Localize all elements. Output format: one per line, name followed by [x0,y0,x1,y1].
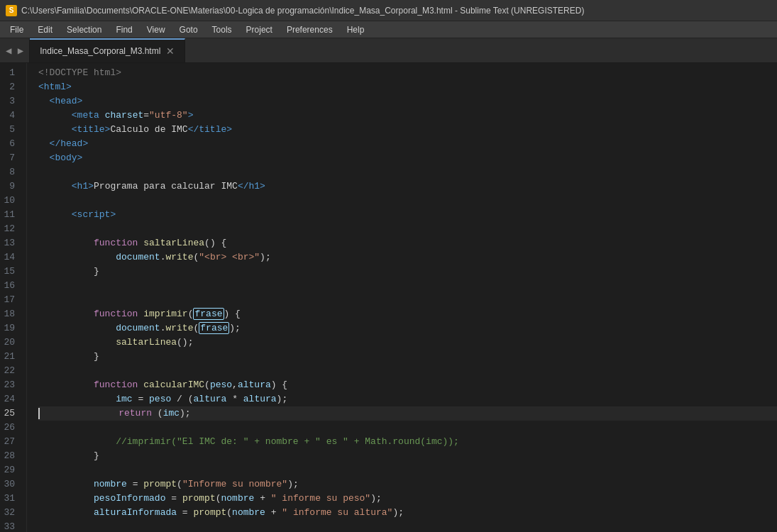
ln-19: 19 [0,321,21,336]
code-line-20: saltarLinea(); [38,336,777,350]
code-line-32: alturaInformada = prompt(nombre + " info… [38,506,777,520]
code-line-33 [38,520,777,532]
ln-31: 31 [0,492,21,506]
ln-23: 23 [0,378,21,392]
ln-10: 10 [0,194,21,208]
code-line-12 [38,222,777,236]
ln-29: 29 [0,463,21,477]
line-numbers: 1 2 3 4 5 6 7 8 9 10 11 12 13 14 15 16 1… [0,63,27,532]
ln-9: 9 [0,179,21,194]
code-line-21: } [38,350,777,364]
ln-12: 12 [0,222,21,236]
menu-find[interactable]: Find [109,23,139,36]
ln-18: 18 [0,307,21,321]
code-line-11: <script> [38,208,777,222]
ln-28: 28 [0,449,21,463]
menu-bar: File Edit Selection Find View Goto Tools… [0,21,777,38]
ln-4: 4 [0,109,21,123]
code-line-25: return (imc); [38,406,777,421]
code-line-19: document.write(frase); [38,321,777,336]
code-line-14: document.write("<br> <br>"); [38,250,777,265]
code-line-13: function saltarLinea() { [38,236,777,250]
menu-edit[interactable]: Edit [31,23,60,36]
ln-17: 17 [0,293,21,307]
code-line-24: imc = peso / (altura * altura); [38,392,777,406]
code-line-6: </head> [38,137,777,151]
tab-label: Indice_Masa_Corporal_M3.html [40,46,160,56]
ln-32: 32 [0,506,21,520]
tab-bar: ◀ ▶ Indice_Masa_Corporal_M3.html ✕ [0,38,777,63]
code-area[interactable]: <!DOCTYPE html> <html> <head> <meta char… [27,63,777,532]
code-line-4: <meta charset="utf-8"> [38,109,777,123]
menu-view[interactable]: View [140,23,172,36]
ln-24: 24 [0,392,21,406]
code-line-7: <body> [38,151,777,165]
ln-6: 6 [0,137,21,151]
editor: 1 2 3 4 5 6 7 8 9 10 11 12 13 14 15 16 1… [0,63,777,532]
menu-help[interactable]: Help [340,23,372,36]
code-line-15: } [38,265,777,279]
code-line-9: <h1>Programa para calcular IMC</h1> [38,179,777,194]
ln-33: 33 [0,520,21,532]
menu-preferences[interactable]: Preferences [280,23,340,36]
ln-1: 1 [0,66,21,80]
menu-file[interactable]: File [3,23,31,36]
ln-14: 14 [0,250,21,265]
ln-22: 22 [0,364,21,378]
ln-13: 13 [0,236,21,250]
code-line-28: } [38,449,777,463]
code-line-31: pesoInformado = prompt(nombre + " inform… [38,492,777,506]
ln-25: 25 [0,406,21,421]
code-line-27: //imprimir("El IMC de: " + nombre + " es… [38,435,777,449]
ln-8: 8 [0,165,21,179]
code-line-29 [38,463,777,477]
ln-27: 27 [0,435,21,449]
ln-11: 11 [0,208,21,222]
app-icon: S [6,5,17,16]
code-line-30: nombre = prompt("Informe su nombre"); [38,477,777,492]
code-line-26 [38,421,777,435]
tab-close-icon[interactable]: ✕ [166,45,175,57]
ln-2: 2 [0,80,21,94]
code-line-16 [38,279,777,293]
code-line-17 [38,293,777,307]
ln-26: 26 [0,421,21,435]
code-line-10 [38,194,777,208]
menu-project[interactable]: Project [239,23,280,36]
code-line-8 [38,165,777,179]
menu-tools[interactable]: Tools [205,23,239,36]
menu-goto[interactable]: Goto [172,23,205,36]
code-line-18: function imprimir(frase) { [38,307,777,321]
code-line-23: function calcularIMC(peso,altura) { [38,378,777,392]
ln-16: 16 [0,279,21,293]
ln-3: 3 [0,94,21,109]
menu-selection[interactable]: Selection [60,23,109,36]
code-line-5: <title>Calculo de IMC</title> [38,123,777,137]
title-text: C:\Users\Familia\Documents\ORACLE-ONE\Ma… [21,6,584,16]
code-line-3: <head> [38,94,777,109]
ln-30: 30 [0,477,21,492]
title-bar: S C:\Users\Familia\Documents\ORACLE-ONE\… [0,0,777,21]
ln-15: 15 [0,265,21,279]
ln-21: 21 [0,350,21,364]
ln-7: 7 [0,151,21,165]
editor-tab[interactable]: Indice_Masa_Corporal_M3.html ✕ [30,38,185,62]
nav-arrows[interactable]: ◀ ▶ [0,38,30,62]
ln-20: 20 [0,336,21,350]
code-line-22 [38,364,777,378]
code-line-1: <!DOCTYPE html> [38,66,777,80]
code-line-2: <html> [38,80,777,94]
ln-5: 5 [0,123,21,137]
